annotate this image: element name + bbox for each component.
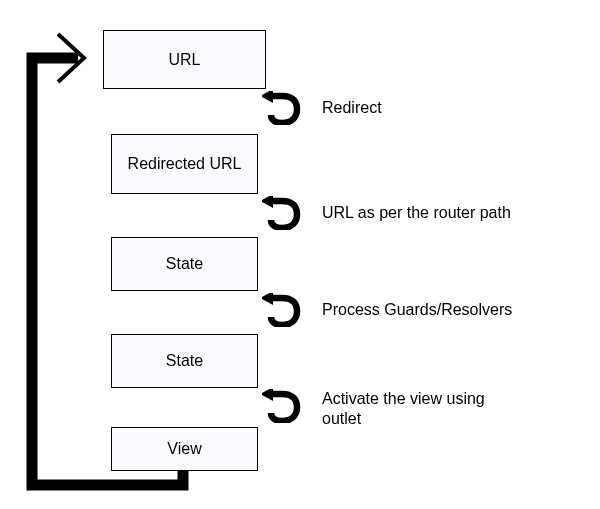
- transition-redirect-label: Redirect: [322, 98, 382, 118]
- node-view: View: [111, 427, 258, 471]
- node-state-2: State: [111, 334, 258, 388]
- node-state-1: State: [111, 237, 258, 291]
- loopback-arrow: [0, 0, 600, 509]
- transition-urlpath-label: URL as per the router path: [322, 203, 511, 223]
- svg-marker-0: [262, 91, 273, 103]
- node-state1-label: State: [166, 254, 203, 273]
- transition-activate-label: Activate the view using outlet: [322, 389, 512, 429]
- u-turn-icon: [262, 293, 302, 327]
- transition-guards-label: Process Guards/Resolvers: [322, 300, 512, 320]
- u-turn-icon: [262, 389, 302, 423]
- node-view-label: View: [167, 439, 201, 458]
- u-turn-icon: [262, 196, 302, 230]
- svg-marker-2: [262, 293, 273, 305]
- u-turn-icon: [262, 91, 302, 125]
- node-url: URL: [103, 30, 266, 89]
- svg-marker-1: [262, 196, 273, 208]
- node-url-label: URL: [168, 50, 200, 69]
- node-state2-label: State: [166, 351, 203, 370]
- node-redirected-url-label: Redirected URL: [128, 154, 242, 173]
- svg-marker-3: [262, 389, 273, 401]
- node-redirected-url: Redirected URL: [111, 134, 258, 194]
